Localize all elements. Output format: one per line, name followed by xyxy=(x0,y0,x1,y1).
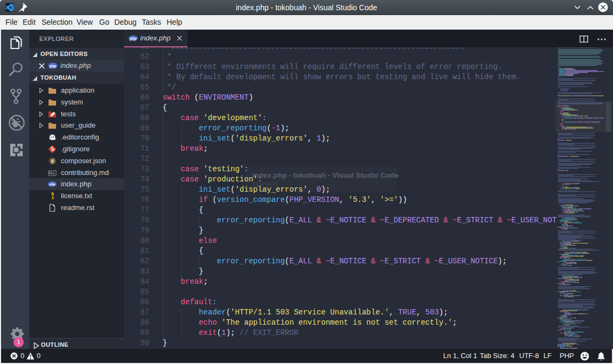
svg-text:php: php xyxy=(49,183,56,186)
svg-text:php: php xyxy=(129,37,136,41)
svg-text:php: php xyxy=(49,64,56,68)
